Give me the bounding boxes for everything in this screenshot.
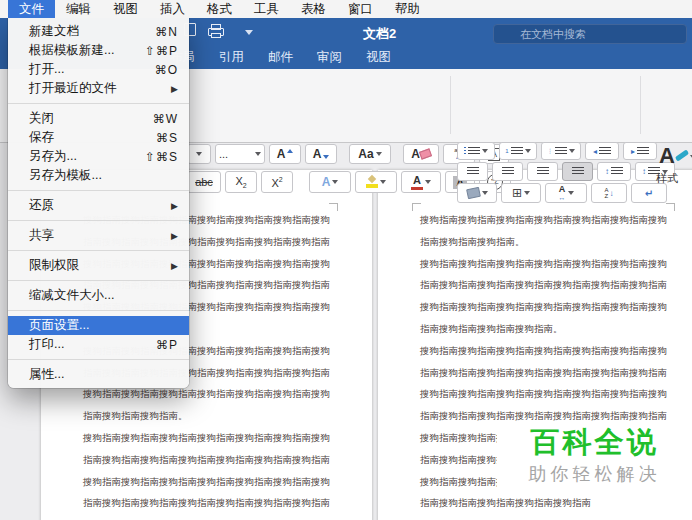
decrease-indent-button[interactable]: ◂ bbox=[585, 142, 619, 160]
align-right-button[interactable] bbox=[527, 162, 558, 181]
paragraph: 搜狗指南搜狗指南搜狗指南搜狗指南搜狗指南搜狗指南搜狗指南搜狗指南搜狗指南。 bbox=[420, 209, 667, 253]
menu-item-close[interactable]: 关闭⌘W bbox=[8, 109, 189, 128]
submenu-arrow-icon: ▶ bbox=[171, 201, 178, 211]
shrink-font-button[interactable]: A bbox=[305, 144, 337, 164]
menu-separator bbox=[8, 310, 189, 311]
multilevel-list-button[interactable]: ⋮ bbox=[541, 142, 581, 160]
justify-icon bbox=[572, 167, 584, 176]
numbering-button[interactable]: 1 bbox=[499, 142, 537, 160]
superscript-button[interactable]: X2 bbox=[261, 171, 293, 193]
asian-layout-button[interactable]: A↔ bbox=[545, 183, 587, 203]
bullet-list-icon bbox=[464, 147, 466, 156]
subscript-button[interactable]: X2 bbox=[225, 171, 257, 193]
justify-button[interactable] bbox=[562, 162, 593, 181]
menu-item-new-document[interactable]: 新建文档⌘N bbox=[8, 22, 189, 41]
grow-font-button[interactable]: A bbox=[269, 144, 301, 164]
menubar-item-insert[interactable]: 插入 bbox=[149, 0, 196, 18]
bullets-button[interactable] bbox=[457, 142, 495, 160]
tab-view[interactable]: 视图 bbox=[366, 47, 391, 69]
menu-item-revert[interactable]: 还原▶ bbox=[8, 196, 189, 215]
menubar-item-file[interactable]: 文件 bbox=[8, 0, 55, 18]
window-title: 文档2 bbox=[363, 25, 396, 43]
watermark-subtitle: 助你轻松解决 bbox=[497, 462, 692, 486]
menu-item-save[interactable]: 保存⌘S bbox=[8, 128, 189, 147]
clear-formatting-button[interactable]: A bbox=[403, 144, 439, 164]
menubar-item-help[interactable]: 帮助 bbox=[384, 0, 431, 18]
text-effects-button[interactable]: A bbox=[309, 171, 351, 193]
line-spacing-button[interactable]: ↕ bbox=[597, 162, 631, 181]
tab-mailings[interactable]: 邮件 bbox=[268, 47, 293, 69]
screen: 文档2 布局 引用 邮件 审阅 视图 ... A A Aa A abcA bbox=[0, 0, 692, 520]
submenu-arrow-icon: ▶ bbox=[171, 261, 178, 271]
margin-corner-mark bbox=[666, 203, 675, 211]
chevron-down-icon bbox=[482, 149, 488, 153]
menu-item-save-as[interactable]: 另存为...⇧⌘S bbox=[8, 147, 189, 166]
highlighter-icon bbox=[366, 176, 378, 188]
align-left-button[interactable] bbox=[457, 162, 488, 181]
styles-label: 样式 bbox=[646, 171, 688, 186]
numbered-list-icon: 1 bbox=[505, 148, 508, 154]
chevron-down-icon bbox=[568, 191, 574, 195]
sort-icon: AZ↓ bbox=[604, 187, 613, 199]
watermark-overlay: 百科全说 助你轻松解决 bbox=[497, 422, 692, 497]
styles-brush-icon: A bbox=[646, 143, 688, 169]
font-color-icon: A bbox=[411, 175, 423, 190]
menu-separator bbox=[8, 220, 189, 221]
menu-item-open-recent[interactable]: 打开最近的文件▶ bbox=[8, 79, 189, 98]
tab-review[interactable]: 审阅 bbox=[317, 47, 342, 69]
menu-item-page-setup[interactable]: 页面设置... bbox=[8, 316, 189, 335]
menubar-item-window[interactable]: 窗口 bbox=[337, 0, 384, 18]
borders-button[interactable]: ⊞ bbox=[501, 183, 541, 203]
shading-button[interactable] bbox=[457, 183, 497, 203]
menubar-item-edit[interactable]: 编辑 bbox=[55, 0, 102, 18]
chevron-down-icon bbox=[332, 180, 338, 184]
menu-separator bbox=[8, 359, 189, 360]
asian-layout-icon: A↔ bbox=[559, 185, 566, 201]
font-color-button[interactable]: A bbox=[401, 171, 441, 193]
document-search-input[interactable] bbox=[493, 24, 687, 44]
line-spacing-icon: ↕ bbox=[605, 167, 609, 176]
multilevel-list-icon: ⋮ bbox=[547, 148, 553, 154]
menubar-item-format[interactable]: 格式 bbox=[196, 0, 243, 18]
print-icon[interactable] bbox=[208, 24, 224, 38]
font-size-combo[interactable]: ... bbox=[215, 144, 265, 164]
menu-item-open[interactable]: 打开...⌘O bbox=[8, 60, 189, 79]
menubar-item-tools[interactable]: 工具 bbox=[243, 0, 290, 18]
margin-corner-mark bbox=[412, 203, 421, 211]
paragraph: 搜狗指南搜狗指南搜狗指南搜狗指南搜狗指南搜狗指南搜狗指南搜狗指南搜狗指南搜狗指南… bbox=[83, 427, 330, 520]
change-case-button[interactable]: Aa bbox=[349, 144, 391, 164]
chevron-down-icon bbox=[425, 180, 431, 184]
sort-button[interactable]: AZ↓ bbox=[591, 183, 627, 203]
file-menu: 新建文档⌘N 根据模板新建...⇧⌘P 打开...⌘O 打开最近的文件▶ 关闭⌘… bbox=[8, 18, 189, 388]
align-center-button[interactable] bbox=[492, 162, 523, 181]
watermark-title: 百科全说 bbox=[497, 425, 692, 459]
show-marks-button[interactable]: ↵ bbox=[631, 183, 667, 203]
menu-item-save-as-template[interactable]: 另存为模板... bbox=[8, 166, 189, 185]
menu-item-restrict-permissions[interactable]: 限制权限▶ bbox=[8, 256, 189, 275]
menu-item-reduce-file-size[interactable]: 缩减文件大小... bbox=[8, 286, 189, 305]
group-divider bbox=[640, 76, 641, 134]
align-left-icon bbox=[467, 167, 479, 176]
chevron-down-icon bbox=[524, 191, 530, 195]
chevron-down-icon bbox=[196, 152, 202, 156]
margin-corner-mark bbox=[329, 203, 338, 211]
outdent-icon: ◂ bbox=[593, 147, 597, 156]
styles-button[interactable]: A 样式 bbox=[646, 143, 688, 186]
triangle-up-icon bbox=[287, 149, 293, 153]
menu-item-new-from-template[interactable]: 根据模板新建...⇧⌘P bbox=[8, 41, 189, 60]
menu-item-print[interactable]: 打印...⌘P bbox=[8, 335, 189, 354]
menubar-item-view[interactable]: 视图 bbox=[102, 0, 149, 18]
menubar-item-table[interactable]: 表格 bbox=[290, 0, 337, 18]
chevron-down-icon bbox=[380, 180, 386, 184]
chevron-down-icon[interactable] bbox=[245, 30, 253, 35]
menu-separator bbox=[8, 280, 189, 281]
align-right-icon bbox=[537, 167, 549, 176]
strikethrough-button[interactable]: abc bbox=[187, 171, 221, 193]
highlight-button[interactable] bbox=[355, 171, 397, 193]
chevron-down-icon bbox=[525, 149, 531, 153]
menu-item-properties[interactable]: 属性... bbox=[8, 365, 189, 384]
tab-references[interactable]: 引用 bbox=[219, 47, 244, 69]
menu-item-share[interactable]: 共享▶ bbox=[8, 226, 189, 245]
align-center-icon bbox=[502, 167, 514, 176]
font-name-combo-partial[interactable] bbox=[187, 144, 211, 164]
